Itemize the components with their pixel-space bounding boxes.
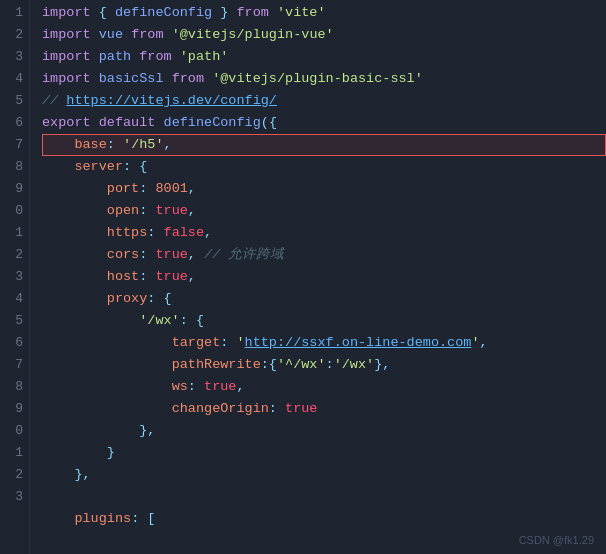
code-line-9: port: 8001,: [42, 178, 606, 200]
code-line-1: import { defineConfig } from 'vite': [42, 2, 606, 24]
code-editor: 1 2 3 4 5 6 7 8 9 0 1 2 3 4 5 6 7 8 9 0 …: [0, 0, 606, 554]
code-line-20: },: [42, 420, 606, 442]
code-line-3: import path from 'path': [42, 46, 606, 68]
code-line-6: export default defineConfig({: [42, 112, 606, 134]
code-line-22: },: [42, 464, 606, 486]
code-line-2: import vue from '@vitejs/plugin-vue': [42, 24, 606, 46]
code-line-13: host: true,: [42, 266, 606, 288]
code-line-11: https: false,: [42, 222, 606, 244]
code-line-14: proxy: {: [42, 288, 606, 310]
code-line-23: [42, 486, 606, 508]
code-line-16: target: 'http://ssxf.on-line-demo.com',: [42, 332, 606, 354]
code-line-4: import basicSsl from '@vitejs/plugin-bas…: [42, 68, 606, 90]
code-line-17: pathRewrite:{'^/wx':'/wx'},: [42, 354, 606, 376]
line-numbers: 1 2 3 4 5 6 7 8 9 0 1 2 3 4 5 6 7 8 9 0 …: [0, 0, 30, 554]
code-line-19: changeOrigin: true: [42, 398, 606, 420]
code-line-18: ws: true,: [42, 376, 606, 398]
code-line-7: base: '/h5',: [42, 134, 606, 156]
watermark: CSDN @fk1.29: [519, 534, 594, 546]
code-line-5: // https://vitejs.dev/config/: [42, 90, 606, 112]
code-line-21: }: [42, 442, 606, 464]
code-line-12: cors: true, // 允许跨域: [42, 244, 606, 266]
code-line-8: server: {: [42, 156, 606, 178]
code-line-10: open: true,: [42, 200, 606, 222]
code-line-24: plugins: [: [42, 508, 606, 530]
code-line-15: '/wx': {: [42, 310, 606, 332]
code-content: import { defineConfig } from 'vite' impo…: [30, 0, 606, 554]
